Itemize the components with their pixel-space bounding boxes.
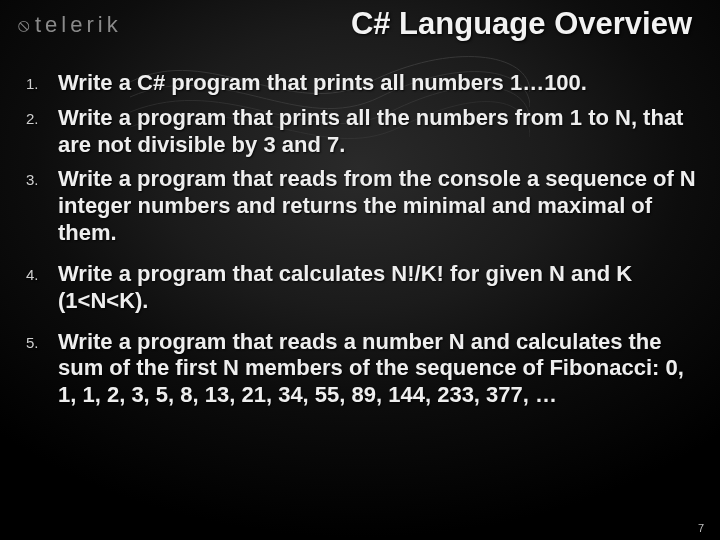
list-item: Write a program that reads from the cons… bbox=[18, 166, 696, 246]
brand-logo: ⦸ telerik bbox=[18, 12, 122, 38]
list-item: Write a program that reads a number N an… bbox=[18, 329, 696, 409]
list-item: Write a program that prints all the numb… bbox=[18, 105, 696, 159]
slide-title: C# Language Overview bbox=[260, 6, 692, 42]
list-item: Write a program that calculates N!/K! fo… bbox=[18, 261, 696, 315]
page-number: 7 bbox=[698, 522, 704, 534]
brand-logo-mark: ⦸ bbox=[18, 15, 29, 36]
slide: ⦸ telerik C# Language Overview Write a C… bbox=[0, 0, 720, 540]
exercise-list: Write a C# program that prints all numbe… bbox=[18, 70, 696, 409]
content-area: Write a C# program that prints all numbe… bbox=[18, 70, 696, 510]
list-item: Write a C# program that prints all numbe… bbox=[18, 70, 696, 97]
brand-logo-text: telerik bbox=[35, 12, 122, 38]
